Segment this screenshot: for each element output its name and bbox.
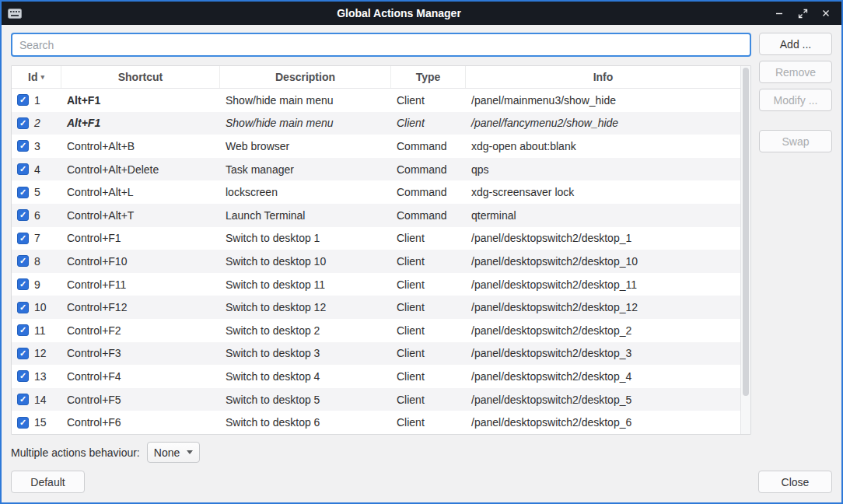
row-info: /panel/desktopswitch2/desktop_12: [466, 301, 740, 313]
sort-down-icon: ▾: [40, 74, 44, 81]
row-id: 3: [34, 140, 40, 152]
remove-button[interactable]: Remove: [759, 61, 832, 83]
scrollbar-thumb[interactable]: [743, 68, 749, 396]
row-description: Switch to desktop 2: [220, 324, 391, 337]
row-info: qps: [466, 163, 740, 176]
row-type: Client: [391, 255, 466, 268]
column-header-shortcut[interactable]: Shortcut: [61, 66, 220, 88]
row-checkbox[interactable]: ✓: [17, 302, 29, 313]
row-type: Command: [391, 209, 466, 222]
table-row[interactable]: ✓ 13 Control+F4 Switch to desktop 4 Clie…: [12, 365, 740, 388]
row-id: 2: [34, 117, 40, 129]
row-checkbox[interactable]: ✓: [17, 233, 29, 244]
global-actions-manager-window: Global Actions Manager: [0, 0, 843, 504]
row-shortcut: Control+F1: [61, 232, 220, 244]
row-description: Switch to desktop 6: [220, 416, 391, 429]
behaviour-dropdown[interactable]: None: [147, 442, 200, 463]
row-shortcut: Control+F10: [61, 255, 220, 268]
search-input[interactable]: [11, 33, 751, 57]
row-type: Command: [391, 140, 466, 152]
row-checkbox[interactable]: ✓: [17, 140, 29, 152]
titlebar: Global Actions Manager: [2, 2, 841, 25]
restore-button[interactable]: [796, 7, 809, 19]
table-row[interactable]: ✓ 1 Alt+F1 Show/hide main menu Client /p…: [12, 89, 740, 112]
row-checkbox[interactable]: ✓: [17, 324, 29, 336]
window-menu-keyboard-icon[interactable]: [8, 7, 25, 19]
add-button[interactable]: Add ...: [759, 33, 832, 55]
row-checkbox[interactable]: ✓: [17, 209, 29, 221]
row-type: Client: [391, 117, 466, 129]
row-description: lockscreen: [220, 186, 391, 198]
row-checkbox[interactable]: ✓: [17, 163, 29, 175]
table-row[interactable]: ✓ 7 Control+F1 Switch to desktop 1 Clien…: [12, 227, 740, 250]
shortcuts-table: Id ▾ Shortcut Description Type Info ✓ 1 …: [11, 65, 751, 435]
table-row[interactable]: ✓ 6 Control+Alt+T Launch Terminal Comman…: [12, 204, 740, 227]
row-description: Task manager: [220, 163, 391, 176]
row-checkbox[interactable]: ✓: [17, 94, 29, 106]
row-checkbox[interactable]: ✓: [17, 394, 29, 405]
row-shortcut: Control+Alt+L: [61, 186, 220, 198]
default-button[interactable]: Default: [11, 471, 85, 493]
row-checkbox[interactable]: ✓: [17, 117, 29, 129]
row-checkbox[interactable]: ✓: [17, 348, 29, 359]
row-info: /panel/mainmenu3/show_hide: [466, 94, 740, 107]
row-info: xdg-screensaver lock: [466, 186, 740, 198]
row-type: Client: [391, 347, 466, 359]
table-row[interactable]: ✓ 8 Control+F10 Switch to desktop 10 Cli…: [12, 250, 740, 273]
row-type: Command: [391, 163, 466, 176]
column-header-id[interactable]: Id ▾: [12, 66, 61, 88]
row-type: Client: [391, 301, 466, 313]
table-header-row: Id ▾ Shortcut Description Type Info: [12, 66, 740, 89]
row-type: Client: [391, 324, 466, 337]
row-checkbox[interactable]: ✓: [17, 187, 29, 198]
table-row[interactable]: ✓ 5 Control+Alt+L lockscreen Command xdg…: [12, 180, 740, 204]
row-id: 5: [34, 186, 40, 198]
row-shortcut: Control+Alt+T: [61, 209, 220, 222]
table-row[interactable]: ✓ 9 Control+F11 Switch to desktop 11 Cli…: [12, 273, 740, 296]
close-button[interactable]: Close: [758, 471, 832, 493]
column-header-type[interactable]: Type: [391, 66, 466, 88]
row-id: 15: [34, 416, 47, 429]
modify-button[interactable]: Modify ...: [759, 89, 832, 111]
table-row[interactable]: ✓ 12 Control+F3 Switch to desktop 3 Clie…: [12, 342, 740, 366]
dialog-content: Id ▾ Shortcut Description Type Info ✓ 1 …: [2, 25, 841, 502]
vertical-scrollbar[interactable]: [740, 66, 750, 434]
row-description: Launch Terminal: [220, 209, 391, 222]
table-row[interactable]: ✓ 4 Control+Alt+Delete Task manager Comm…: [12, 158, 740, 181]
table-row[interactable]: ✓ 2 Alt+F1 Show/hide main menu Client /p…: [12, 112, 740, 135]
row-shortcut: Control+F12: [61, 301, 220, 313]
row-checkbox[interactable]: ✓: [17, 370, 29, 382]
row-description: Switch to desktop 11: [220, 278, 391, 291]
minimize-button[interactable]: [773, 7, 785, 19]
close-window-button[interactable]: [820, 7, 832, 19]
row-description: Switch to desktop 4: [220, 370, 391, 383]
window-title: Global Actions Manager: [25, 7, 773, 19]
row-type: Client: [391, 232, 466, 244]
table-row[interactable]: ✓ 11 Control+F2 Switch to desktop 2 Clie…: [12, 319, 740, 342]
row-id: 10: [34, 301, 47, 313]
swap-button[interactable]: Swap: [759, 130, 832, 152]
table-row[interactable]: ✓ 10 Control+F12 Switch to desktop 12 Cl…: [12, 296, 740, 319]
row-shortcut: Control+Alt+B: [61, 140, 220, 152]
row-info: /panel/desktopswitch2/desktop_6: [466, 416, 740, 429]
row-checkbox[interactable]: ✓: [17, 255, 29, 267]
row-shortcut: Control+F3: [61, 347, 220, 359]
table-row[interactable]: ✓ 3 Control+Alt+B Web browser Command xd…: [12, 135, 740, 158]
row-description: Switch to desktop 3: [220, 347, 391, 359]
row-id: 13: [34, 370, 47, 383]
row-info: /panel/fancymenu2/show_hide: [466, 117, 740, 129]
table-row[interactable]: ✓ 14 Control+F5 Switch to desktop 5 Clie…: [12, 388, 740, 411]
row-id: 12: [34, 347, 47, 359]
row-id: 4: [34, 163, 40, 176]
column-header-info[interactable]: Info: [466, 66, 740, 88]
table-row[interactable]: ✓ 15 Control+F6 Switch to desktop 6 Clie…: [12, 411, 740, 434]
row-checkbox[interactable]: ✓: [17, 417, 29, 429]
row-description: Show/hide main menu: [220, 94, 391, 107]
action-buttons: Add ...RemoveModify ...Swap: [759, 33, 832, 463]
row-checkbox[interactable]: ✓: [17, 278, 29, 290]
row-info: /panel/desktopswitch2/desktop_10: [466, 255, 740, 268]
row-shortcut: Control+F2: [61, 324, 220, 337]
row-id: 8: [34, 255, 40, 268]
column-header-description[interactable]: Description: [220, 66, 391, 88]
row-shortcut: Control+Alt+Delete: [61, 163, 220, 176]
